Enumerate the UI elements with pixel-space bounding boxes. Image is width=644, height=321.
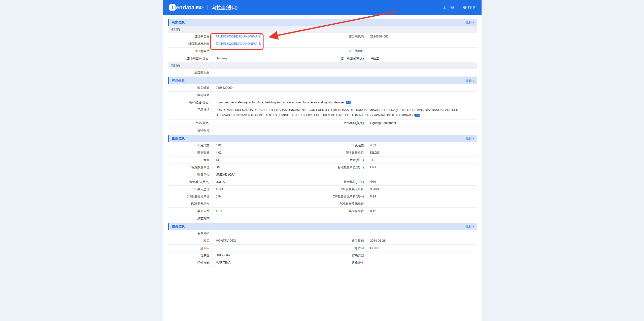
table-subheader: 出口商 — [168, 62, 477, 69]
section-merchant: 商家信息收起∧进口商进口商名称TALFIR SOCIEDAD ANONIMA进口… — [168, 19, 477, 76]
field-value — [213, 69, 477, 76]
table-row: 编码描述 — [168, 92, 477, 99]
field-value: Uruguay — [213, 55, 322, 62]
field-label: 运输方式 — [168, 259, 213, 266]
field-label: 关单号码 — [168, 230, 213, 237]
field-value-text: 4.02 — [216, 149, 222, 156]
field-value — [213, 119, 322, 127]
field-value-text: 0.12 — [370, 208, 376, 215]
field-value — [213, 245, 322, 252]
field-label: 进口商国家(中文) — [322, 55, 367, 62]
field-value-text: UNIDAD (C/U) — [216, 171, 235, 178]
tendata-logo-icon: T — [169, 4, 176, 11]
field-value — [367, 200, 477, 207]
table-row: 千克净重4.02千克毛重4.02 — [168, 142, 477, 149]
table-row: 进口商国家(英文)Uruguay进口商国家(中文)乌拉圭 — [168, 55, 477, 62]
field-value: 4.02 — [213, 142, 322, 149]
field-label: 数量单位 — [168, 171, 213, 178]
collapse-label: 收起 — [466, 20, 472, 25]
field-value: UNT — [213, 164, 322, 171]
field-label: 产品类别(英文) — [322, 119, 367, 127]
table-row: 成交方式 — [168, 215, 477, 222]
field-label: 运输企业 — [322, 259, 367, 266]
table-row: 进口商电话进口商地址 — [168, 48, 477, 55]
table-row: 关单号码 — [168, 230, 477, 237]
download-icon — [443, 6, 446, 10]
field-value-text: 乌拉圭 — [370, 55, 379, 62]
field-label: 原产国 — [322, 245, 367, 252]
field-value: 1.19 — [213, 208, 322, 215]
info-table: 千克净重4.02千克毛重4.02商业数量4.02商业数量单位KILOS数量14数… — [168, 142, 477, 222]
collapse-button[interactable]: 收起∧ — [466, 20, 474, 25]
field-value: 3.2861 — [367, 186, 477, 193]
section-header-product: 产品信息收起∧ — [168, 77, 477, 84]
copy-icon[interactable] — [259, 33, 261, 40]
section-logistics: 物流信息收起∧关单号码海关MONTEVIDEO通关日期2024-03-28起运国… — [168, 223, 477, 266]
table-row: 产品描述LOS DEMAS, DISENADOS PARA SER UTILIZ… — [168, 106, 477, 119]
collapse-label: 收起 — [466, 224, 472, 229]
table-row: 运输方式MARITIMA运输企业 — [168, 259, 477, 266]
field-value: 乌拉圭 — [367, 55, 477, 62]
field-value: Lighting Equipment — [367, 119, 477, 127]
field-label: 美元运费 — [168, 208, 213, 215]
collapse-button[interactable]: 收起∧ — [466, 136, 474, 141]
field-value: UNITS — [213, 178, 322, 185]
field-value: TALFIR SOCIEDAD ANONIMA — [213, 40, 477, 47]
field-value-text: 9405420000 — [216, 84, 233, 91]
field-value-text: 2024-03-28 — [370, 237, 386, 244]
table-row: 起运国原产国CHINA — [168, 245, 477, 252]
table-row: 进口商标准名称TALFIR SOCIEDAD ANONIMA — [168, 40, 477, 48]
chevron-up-icon: ∧ — [472, 80, 474, 83]
table-row: 产品(英文)产品类别(英文)Lighting Equipment — [168, 119, 477, 127]
info-table: 关单号码海关MONTEVIDEO通关日期2024-03-28起运国原产国CHIN… — [168, 230, 477, 266]
company-link[interactable]: TALFIR SOCIEDAD ANONIMA — [216, 33, 257, 40]
field-label: CIF美元总价 — [168, 186, 213, 193]
table-row: 商业数量4.02商业数量单位KILOS — [168, 149, 477, 156]
field-label: 千克净重 — [168, 142, 213, 149]
print-label: 打印 — [468, 5, 475, 10]
collapse-button[interactable]: 收起∧ — [466, 79, 474, 83]
field-value: MONTEVIDEO — [213, 237, 322, 244]
field-label: FOB美元总价 — [168, 200, 213, 207]
field-value-text: 1.19 — [216, 208, 222, 215]
field-value: Furniture; medical-surgical furniture; b… — [213, 99, 477, 106]
field-value-text: 0.94 — [370, 193, 376, 200]
field-label: 起运国 — [168, 245, 213, 252]
table-row: 海关MONTEVIDEO通关日期2024-03-28 — [168, 237, 477, 245]
field-value-text: 0.94 — [216, 193, 222, 200]
field-label: CIF数量美元单价 — [168, 193, 213, 200]
field-value — [213, 92, 477, 99]
section-header-merchant: 商家信息收起∧ — [168, 19, 477, 26]
field-value-text: UNITS — [216, 178, 225, 185]
field-value: 13.21 — [213, 186, 322, 193]
table-row: 贸易国URUGUAY贸易类型 — [168, 252, 477, 259]
copy-icon[interactable] — [259, 40, 261, 47]
field-value: MARITIMA — [213, 259, 322, 266]
field-label: 数量单位(英文) — [168, 178, 213, 185]
field-value: 个数 — [367, 178, 477, 185]
field-label: CIF数量美元单价(统一) — [322, 193, 367, 200]
field-value-text: 3.2861 — [370, 186, 380, 193]
section-header-logistics: 物流信息收起∧ — [168, 223, 477, 230]
section-title: 物流信息 — [172, 224, 185, 229]
download-button[interactable]: 下载 — [443, 5, 455, 10]
field-label: 产品(英文) — [168, 119, 213, 127]
print-button[interactable]: 打印 — [463, 5, 475, 10]
company-link[interactable]: TALFIR SOCIEDAD ANONIMA — [216, 40, 257, 47]
section-title: 产品信息 — [172, 78, 185, 83]
section-quantity-price: 量价信息收起∧千克净重4.02千克毛重4.02商业数量4.02商业数量单位KIL… — [168, 135, 477, 222]
field-label: 海关 — [168, 237, 213, 244]
field-label: 数量(统一) — [322, 156, 367, 164]
chevron-up-icon: ∧ — [472, 225, 474, 228]
field-label: 千克毛重 — [322, 142, 367, 149]
collapse-button[interactable]: 收起∧ — [466, 224, 474, 229]
section-product: 产品信息收起∧海关编码9405420000编码描述编码描述(英文)Furnitu… — [168, 77, 477, 134]
field-label: 进口商电话 — [168, 48, 213, 55]
table-row: 数量单位UNIDAD (C/U) — [168, 171, 477, 178]
translate-icon[interactable]: 文A — [415, 114, 420, 117]
field-value: UNT — [367, 164, 477, 171]
field-value: CHINA — [367, 245, 477, 252]
field-value: KILOS — [367, 149, 477, 156]
field-value-text: 个数 — [370, 178, 376, 185]
translate-icon[interactable]: 文A — [346, 101, 350, 104]
